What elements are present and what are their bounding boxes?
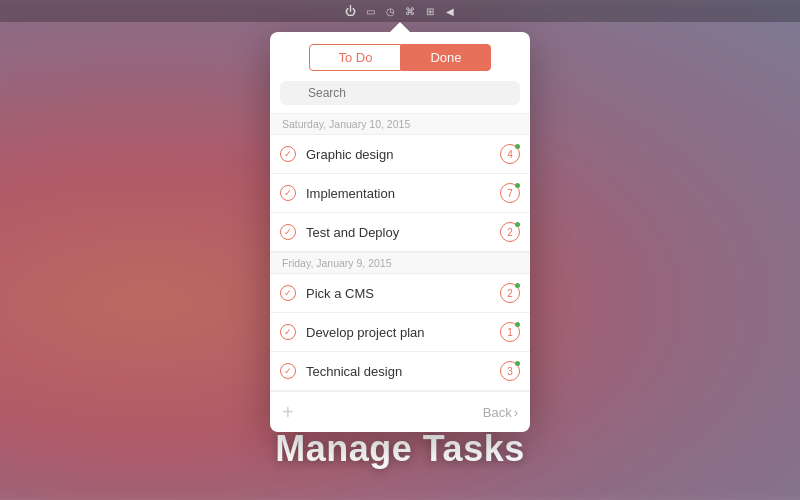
add-button[interactable]: + [282, 402, 294, 422]
list-item[interactable]: ✓ Pick a CMS 2 [270, 274, 530, 313]
task-badge: 2 [500, 283, 520, 303]
task-popup: To Do Done 🔍 Saturday, January 10, 2015 … [270, 32, 530, 432]
back-icon: ◀ [443, 4, 457, 18]
list-item[interactable]: ✓ Technical design 3 [270, 352, 530, 391]
section-header-1: Saturday, January 10, 2015 [270, 113, 530, 135]
task-badge: 4 [500, 144, 520, 164]
back-button[interactable]: Back › [483, 405, 518, 420]
list-item[interactable]: ✓ Implementation 7 [270, 174, 530, 213]
menubar: ⏻ ▭ ◷ ⌘ ⊞ ◀ [0, 0, 800, 22]
task-name: Graphic design [306, 147, 500, 162]
task-name: Test and Deploy [306, 225, 500, 240]
check-icon: ✓ [280, 224, 296, 240]
tab-todo[interactable]: To Do [309, 44, 401, 71]
search-input[interactable] [280, 81, 520, 105]
section-header-2: Friday, January 9, 2015 [270, 252, 530, 274]
search-wrapper: 🔍 [280, 81, 520, 105]
task-badge: 7 [500, 183, 520, 203]
back-arrow-icon: › [514, 405, 518, 420]
task-badge: 3 [500, 361, 520, 381]
task-name: Technical design [306, 364, 500, 379]
search-container: 🔍 [270, 81, 530, 113]
check-icon: ✓ [280, 185, 296, 201]
task-list-1: ✓ Graphic design 4 ✓ Implementation 7 ✓ … [270, 135, 530, 252]
menubar-icons: ⏻ ▭ ◷ ⌘ ⊞ ◀ [343, 4, 457, 18]
power-icon: ⏻ [343, 4, 357, 18]
check-icon: ✓ [280, 146, 296, 162]
display-icon: ▭ [363, 4, 377, 18]
popup-arrow [390, 22, 410, 32]
tab-bar: To Do Done [270, 32, 530, 81]
flag-icon: ⊞ [423, 4, 437, 18]
check-icon: ✓ [280, 285, 296, 301]
back-label: Back [483, 405, 512, 420]
list-item[interactable]: ✓ Test and Deploy 2 [270, 213, 530, 252]
tab-done[interactable]: Done [401, 44, 490, 71]
task-list-2: ✓ Pick a CMS 2 ✓ Develop project plan 1 … [270, 274, 530, 391]
task-badge: 1 [500, 322, 520, 342]
task-name: Pick a CMS [306, 286, 500, 301]
list-item[interactable]: ✓ Graphic design 4 [270, 135, 530, 174]
popup-footer: + Back › [270, 391, 530, 432]
task-badge: 2 [500, 222, 520, 242]
clock-icon: ◷ [383, 4, 397, 18]
list-item[interactable]: ✓ Develop project plan 1 [270, 313, 530, 352]
task-name: Implementation [306, 186, 500, 201]
check-icon: ✓ [280, 324, 296, 340]
wifi-icon: ⌘ [403, 4, 417, 18]
task-name: Develop project plan [306, 325, 500, 340]
check-icon: ✓ [280, 363, 296, 379]
page-title: Manage Tasks [0, 428, 800, 470]
